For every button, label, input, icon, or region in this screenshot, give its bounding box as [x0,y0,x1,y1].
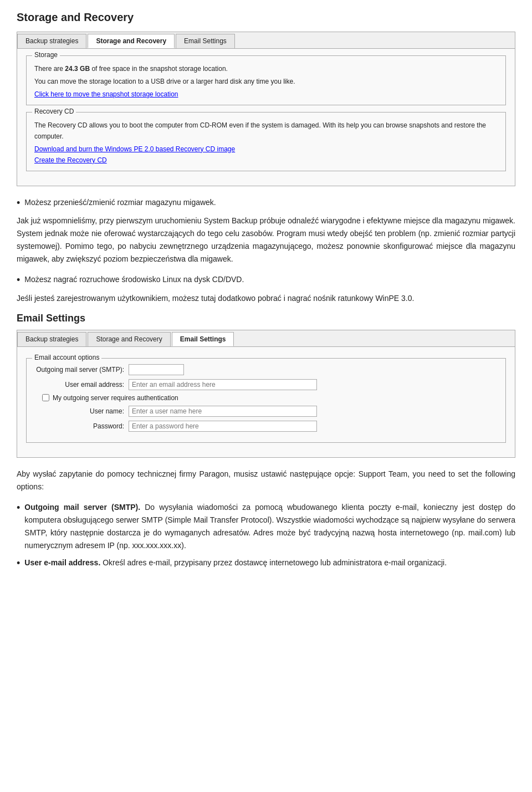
bullet1-text: Możesz przenieść/zmienić rozmiar magazyn… [24,196,216,209]
tab-email-settings-1[interactable]: Email Settings [176,34,235,48]
email-row: User email address: [34,379,498,390]
smtp-label: Outgoing mail server (SMTP): [34,366,129,374]
email-label: User email address: [34,381,129,389]
bottom-bullet1-content: Outgoing mail server (SMTP). Do wysyłani… [24,501,515,552]
email-account-label: Email account options [32,354,101,361]
move-storage-link[interactable]: Click here to move the snapshot storage … [34,90,178,98]
tab-storage-recovery-1[interactable]: Storage and Recovery [88,34,175,48]
body-para-2: Jeśli jesteś zarejestrowanym użytkowniki… [17,292,515,305]
tab-backup-strategies-1[interactable]: Backup strategies [17,34,86,48]
auth-checkbox-label: My outgoing server requires authenticati… [53,394,178,402]
bottom-para-1: Aby wysłać zapytanie do pomocy techniczn… [17,468,515,493]
smtp-row: Outgoing mail server (SMTP): [34,364,498,375]
bottom-bullet2-content: User e-mail address. Określ adres e-mail… [24,556,447,569]
auth-checkbox-row: My outgoing server requires authenticati… [34,394,498,402]
smtp-input[interactable] [129,364,184,375]
bottom-bullet-1: • Outgoing mail server (SMTP). Do wysyła… [17,501,515,552]
create-recovery-link[interactable]: Create the Recovery CD [34,156,107,164]
storage-text-line1: There are 24.3 GB of free space in the s… [34,64,498,74]
bottom-body: Aby wysłać zapytanie do pomocy techniczn… [17,468,515,571]
storage-section: Storage There are 24.3 GB of free space … [26,55,506,105]
tab-bar-1: Backup strategies Storage and Recovery E… [17,32,515,49]
tab-storage-recovery-2[interactable]: Storage and Recovery [88,332,170,346]
bullet-dot-1: • [17,196,20,210]
bullet2-text: Możesz nagrać rozruchowe środowisko Linu… [24,273,244,286]
storage-section-label: Storage [32,51,60,59]
username-label: User name: [34,407,129,415]
recovery-cd-section: Recovery CD The Recovery CD allows you t… [26,112,506,171]
tab-email-settings-2[interactable]: Email Settings [172,332,234,346]
dialog1-content: Storage There are 24.3 GB of free space … [17,49,515,186]
tab-backup-strategies-2[interactable]: Backup strategies [17,332,86,346]
recovery-cd-text: The Recovery CD allows you to boot the c… [34,120,498,141]
dialog2-content: Email account options Outgoing mail serv… [17,347,515,457]
password-input[interactable] [129,421,317,432]
email-input[interactable] [129,379,317,390]
bullet-dot-2: • [17,273,20,287]
email-settings-dialog: Backup strategies Storage and Recovery E… [17,330,515,458]
password-label: Password: [34,422,129,430]
bottom-bullet2-bold: User e-mail address. [24,558,100,567]
storage-recovery-dialog: Backup strategies Storage and Recovery E… [17,32,515,186]
auth-checkbox[interactable] [42,394,49,401]
download-recovery-link[interactable]: Download and burn the Windows PE 2.0 bas… [34,145,235,153]
bottom-bullet2-text: Określ adres e-mail, przypisany przez do… [100,558,447,567]
storage-text-line2: You can move the storage location to a U… [34,76,498,87]
recovery-cd-label: Recovery CD [32,108,76,115]
bottom-bullet-dot-1: • [17,501,20,515]
page-title: Storage and Recovery [17,11,515,24]
bottom-bullet1-bold: Outgoing mail server (SMTP). [24,503,140,512]
bottom-bullet-dot-2: • [17,556,20,570]
password-row: Password: [34,421,498,432]
bottom-bullet-2: • User e-mail address. Określ adres e-ma… [17,556,515,570]
email-account-section: Email account options Outgoing mail serv… [26,358,506,443]
username-input[interactable] [129,406,317,417]
tab-bar-2: Backup strategies Storage and Recovery E… [17,330,515,347]
storage-size-bold: 24.3 GB [65,65,90,73]
email-settings-heading: Email Settings [17,313,515,324]
body-bullets-top: • Możesz przenieść/zmienić rozmiar magaz… [17,196,515,305]
bullet-line-2: • Możesz nagrać rozruchowe środowisko Li… [17,273,515,287]
body-para-1: Jak już wspomnieliśmy, przy pierwszym ur… [17,214,515,265]
bullet-line-1: • Możesz przenieść/zmienić rozmiar magaz… [17,196,515,210]
username-row: User name: [34,406,498,417]
